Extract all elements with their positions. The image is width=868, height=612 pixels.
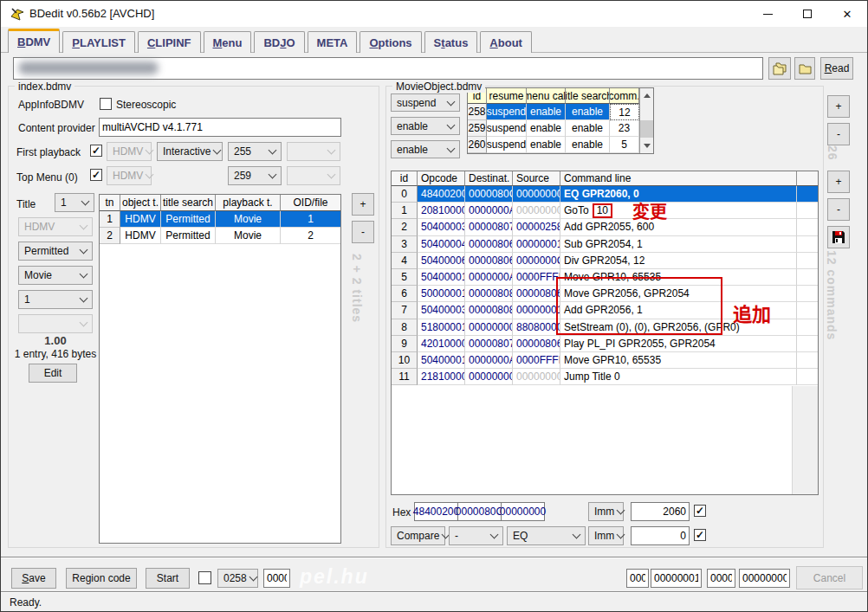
debug-field-3[interactable] — [707, 569, 735, 588]
top-menu-checkbox[interactable] — [90, 169, 102, 181]
start-button[interactable]: Start — [146, 568, 190, 589]
cell-source[interactable]: 00000000 — [513, 203, 560, 219]
hex-destination-field[interactable]: 0000080C — [457, 502, 502, 521]
top-menu-id-dropdown[interactable]: 259 — [228, 166, 282, 185]
start-code-field[interactable] — [263, 569, 290, 588]
cell-id[interactable]: 5 — [392, 269, 418, 286]
table-row[interactable]: 11 21810000 00000000 00000000 Jump Title… — [392, 369, 818, 385]
cell-source[interactable]: 0000FFFF — [513, 352, 560, 369]
cell-opcode[interactable]: 20810000 — [418, 203, 465, 219]
cell-resume[interactable]: suspend — [487, 120, 527, 137]
table-row[interactable]: 258 suspend enable enable 12 — [468, 104, 653, 120]
cell-source[interactable]: 0000FFFF — [513, 269, 560, 286]
cell-resume[interactable]: suspend — [487, 104, 527, 120]
table-row[interactable]: 2 HDMV Permitted Movie 2 — [100, 228, 340, 244]
cell-oid[interactable]: 2 — [281, 228, 340, 244]
cell-destination[interactable]: 0000080C — [465, 186, 513, 203]
cell-title-search[interactable]: Permitted — [161, 211, 216, 228]
cell-source[interactable]: 00000806 — [513, 336, 560, 352]
cell-id[interactable]: 10 — [392, 352, 418, 369]
cell-menu-call[interactable]: enable — [527, 120, 566, 137]
add-command-button[interactable]: + — [827, 171, 850, 193]
add-title-button[interactable]: + — [352, 193, 374, 216]
table-row[interactable]: 1 20810000 0000000A 00000000 GoTo10 — [392, 203, 818, 219]
remove-command-button[interactable]: - — [827, 198, 850, 221]
movieobject-scrollbar[interactable] — [639, 88, 653, 153]
cell-id[interactable]: 7 — [392, 302, 418, 319]
oid-dropdown[interactable]: 1 — [18, 290, 93, 309]
cell-menu-call[interactable]: enable — [527, 137, 566, 153]
cell-opcode[interactable]: 50400004 — [418, 236, 465, 253]
cell-source[interactable]: 00000000 — [513, 369, 560, 385]
cell-destination[interactable]: 00000806 — [465, 253, 513, 269]
operator-dropdown[interactable]: EQ — [507, 526, 586, 545]
cell-command[interactable]: Move GPR10, 65535 — [560, 352, 797, 369]
cell-opcode[interactable]: 21810000 — [418, 369, 465, 385]
cell-opcode[interactable]: 50000001 — [418, 286, 465, 302]
start-option-checkbox[interactable] — [198, 571, 211, 584]
cell-source[interactable]: 00000258 — [513, 219, 560, 235]
hex-opcode-field[interactable]: 48400200 — [414, 502, 458, 521]
remove-movieobject-button[interactable]: - — [827, 123, 850, 145]
cell-command[interactable]: EQ GPR2060, 0 — [560, 186, 797, 203]
open-folder-button[interactable] — [794, 57, 815, 80]
cell-comm[interactable]: 12 — [610, 104, 639, 120]
cell-playback-type[interactable]: Movie — [216, 211, 281, 228]
table-row[interactable]: 259 suspend enable enable 23 — [468, 120, 653, 137]
table-row[interactable]: 1 HDMV Permitted Movie 1 — [100, 211, 340, 228]
table-row[interactable]: 9 42010000 00000807 00000806 Play PL_PI … — [392, 336, 818, 352]
cell-id[interactable]: 259 — [468, 120, 487, 137]
cell-opcode[interactable]: 50400003 — [418, 219, 465, 235]
debug-field-1[interactable] — [626, 569, 649, 588]
cell-command[interactable]: GoTo10 — [560, 203, 797, 219]
cell-destination[interactable]: 00000808 — [465, 302, 513, 319]
cell-id[interactable]: 2 — [392, 219, 418, 235]
imm-checkbox-1[interactable] — [694, 505, 706, 517]
cell-id[interactable]: 4 — [392, 253, 418, 269]
cell-tn[interactable]: 1 — [100, 211, 120, 228]
read-button[interactable]: Read — [820, 57, 853, 80]
save-button[interactable]: Save — [11, 568, 56, 589]
cell-menu-call[interactable]: enable — [527, 104, 566, 120]
scrollbar-thumb[interactable] — [640, 120, 653, 138]
cell-tn[interactable]: 2 — [100, 228, 120, 244]
cell-destination[interactable]: 00000808 — [465, 286, 513, 302]
cell-destination[interactable]: 00000807 — [465, 219, 513, 235]
cell-source[interactable]: 0000000C — [513, 253, 560, 269]
stereoscopic-checkbox[interactable] — [100, 98, 112, 110]
save-commands-button[interactable] — [827, 226, 850, 248]
cell-opcode[interactable]: 50400003 — [418, 302, 465, 319]
table-row[interactable]: 10 50400001 0000000A 0000FFFF Move GPR10… — [392, 352, 818, 369]
cell-id[interactable]: 260 — [468, 137, 487, 153]
cell-source[interactable]: 00000806 — [513, 286, 560, 302]
cell-title-search[interactable]: enable — [566, 137, 610, 153]
table-row[interactable]: 260 suspend enable enable 5 — [468, 137, 653, 153]
tab-menu[interactable]: Menu — [204, 31, 252, 53]
add-movieobject-button[interactable]: + — [827, 95, 850, 118]
cell-opcode[interactable]: 42010000 — [418, 336, 465, 352]
cell-opcode[interactable]: 51800001 — [418, 319, 465, 336]
cell-command[interactable]: Div GPR2054, 12 — [560, 253, 797, 269]
cell-opcode[interactable]: 48400200 — [418, 186, 465, 203]
tab-playlist[interactable]: PLAYLIST — [62, 31, 135, 53]
cell-command[interactable]: Jump Title 0 — [560, 369, 797, 385]
cell-opcode[interactable]: 50400006 — [418, 253, 465, 269]
cell-object-type[interactable]: HDMV — [120, 211, 161, 228]
maximize-icon[interactable] — [787, 1, 827, 27]
title-search-dropdown[interactable]: Permitted — [18, 242, 93, 261]
cell-command[interactable]: Add GPR2055, 600 — [560, 219, 797, 235]
first-playback-id-dropdown[interactable]: 255 — [228, 142, 282, 161]
scroll-down-icon[interactable] — [640, 139, 653, 153]
debug-field-4[interactable] — [739, 569, 790, 588]
tab-clipinf[interactable]: CLIPINF — [138, 31, 201, 53]
cell-destination[interactable]: 0000000A — [465, 269, 513, 286]
modifier-dropdown[interactable]: - — [449, 526, 503, 545]
cell-source[interactable]: 00000000 — [513, 186, 560, 203]
table-row[interactable]: 4 50400006 00000806 0000000C Div GPR2054… — [392, 253, 818, 269]
cell-id[interactable]: 6 — [392, 286, 418, 302]
cell-destination[interactable]: 00000806 — [465, 236, 513, 253]
title-number-dropdown[interactable]: 1 — [55, 193, 94, 212]
open-folders-button[interactable] — [768, 57, 791, 80]
cell-title-search[interactable]: Permitted — [161, 228, 216, 244]
cell-title-search[interactable]: enable — [566, 120, 610, 137]
